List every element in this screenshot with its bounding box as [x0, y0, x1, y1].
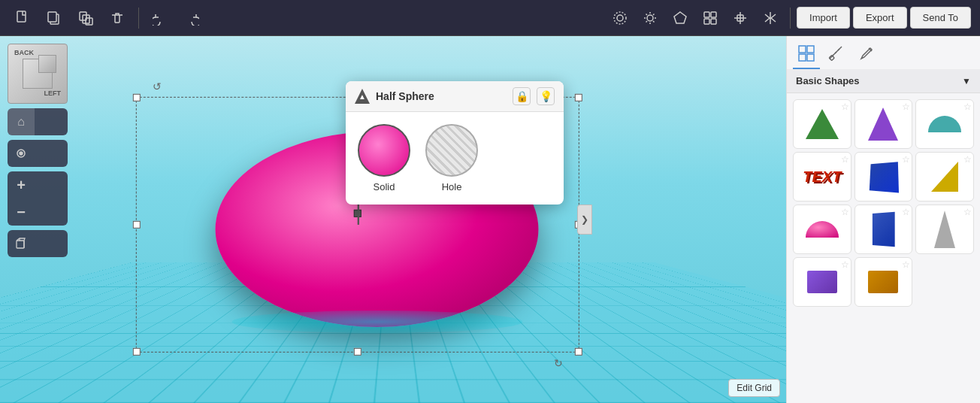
shape-item-box2[interactable]: ☆: [854, 205, 913, 254]
main-toolbar: Import Export Send To: [0, 0, 980, 36]
3d-view-button[interactable]: [8, 230, 35, 257]
shape-icon-extra2: [864, 262, 903, 301]
svg-rect-11: [711, 12, 716, 17]
mirror-button[interactable]: [757, 5, 784, 32]
tab-notes[interactable]: [853, 42, 880, 69]
favorite-text3d[interactable]: ☆: [841, 154, 849, 165]
duplicate-button[interactable]: [72, 5, 99, 32]
hole-option[interactable]: Hole: [425, 124, 478, 192]
expand-panel-button[interactable]: ❯: [577, 205, 592, 235]
collapse-button[interactable]: ▲: [355, 89, 370, 104]
shape-item-halfdome[interactable]: ☆: [915, 99, 974, 149]
shape-item-pyramid[interactable]: ☆: [793, 99, 851, 149]
shape-item-text3d[interactable]: ☆ TEXT: [793, 152, 851, 202]
handle-bot-right[interactable]: [575, 348, 582, 356]
nav-cube[interactable]: BACK LEFT: [8, 44, 68, 104]
svg-point-7: [614, 12, 626, 24]
pyramid-shape: [806, 109, 839, 139]
svg-point-8: [647, 15, 653, 21]
home-view-button[interactable]: ⌂: [8, 108, 35, 135]
shape-icon-spike: [925, 210, 964, 249]
halfsphere-shape: [806, 221, 839, 238]
solid-label: Solid: [374, 181, 395, 192]
hole-label: Hole: [442, 181, 462, 192]
shape-icon-box: [864, 157, 903, 196]
property-panel: ▲ Half Sphere 🔒 💡 Solid Hole: [346, 81, 564, 205]
zoom-in-button[interactable]: +: [8, 171, 35, 198]
import-button[interactable]: Import: [797, 7, 850, 29]
favorite-extra1[interactable]: ☆: [841, 259, 849, 270]
panel-header-label: Basic Shapes: [796, 75, 860, 86]
rotate-handle-br[interactable]: ↻: [553, 358, 564, 368]
favorite-pyramid[interactable]: ☆: [841, 102, 849, 112]
shape-icon-box2: [864, 210, 903, 249]
handle-bot-mid[interactable]: [354, 348, 361, 356]
shape-icon-halfdome: [925, 105, 964, 144]
lock-button[interactable]: 🔒: [513, 87, 531, 105]
fit-all-button[interactable]: [8, 140, 35, 167]
copy-button[interactable]: [41, 5, 68, 32]
favorite-spike[interactable]: ☆: [963, 207, 972, 217]
rotate-handle-tl[interactable]: ↺: [152, 81, 162, 92]
shape-item-extra2[interactable]: ☆: [854, 257, 913, 307]
handle-mid-left[interactable]: [133, 221, 141, 229]
zoom-out-button[interactable]: −: [8, 198, 35, 226]
visibility-button[interactable]: 💡: [537, 87, 555, 105]
panel-tabs: [787, 36, 980, 69]
tab-ruler[interactable]: [823, 42, 850, 69]
handle-bot-left[interactable]: [133, 348, 141, 356]
undo-button[interactable]: [147, 5, 174, 32]
favorite-box[interactable]: ☆: [902, 154, 910, 165]
panel-dropdown-button[interactable]: ▼: [962, 76, 971, 86]
new-button[interactable]: [9, 5, 36, 32]
hole-circle: [425, 124, 478, 177]
view-tools-group: ⌂: [8, 108, 68, 135]
viewport[interactable]: ↺ ↻ ↻ BACK LEFT ⌂: [0, 36, 786, 403]
delete-button[interactable]: [104, 5, 131, 32]
text3d-shape: TEXT: [803, 168, 841, 186]
export-button[interactable]: Export: [853, 7, 907, 29]
light-button[interactable]: [637, 5, 664, 32]
edit-grid-button[interactable]: Edit Grid: [728, 379, 780, 397]
view-mode-button[interactable]: [697, 5, 724, 32]
shape-icon-wedge: [925, 157, 964, 196]
svg-rect-13: [711, 19, 716, 24]
main-area: ↺ ↻ ↻ BACK LEFT ⌂: [0, 36, 980, 403]
shape-item-spike[interactable]: ☆: [915, 205, 974, 254]
handle-top-left[interactable]: [133, 94, 141, 102]
grid-align-button[interactable]: [727, 5, 754, 32]
svg-rect-19: [807, 46, 814, 53]
send-to-button[interactable]: Send To: [910, 7, 971, 29]
camera-view-button[interactable]: [606, 5, 634, 32]
svg-point-16: [20, 152, 23, 155]
shape-icon-text3d: TEXT: [803, 157, 842, 196]
shape-item-wedge[interactable]: ☆: [915, 152, 974, 202]
shape-icon-cone: [864, 105, 903, 144]
handle-top-right[interactable]: [575, 94, 582, 102]
extra1-shape: [807, 271, 837, 293]
tab-grid[interactable]: [793, 42, 820, 69]
property-body: Solid Hole: [346, 112, 564, 205]
box-shape: [870, 162, 899, 192]
favorite-halfsphere[interactable]: ☆: [841, 207, 849, 217]
shape-item-halfsphere[interactable]: ☆: [793, 205, 851, 254]
solid-option[interactable]: Solid: [358, 124, 410, 192]
svg-rect-21: [807, 54, 814, 61]
favorite-halfdome[interactable]: ☆: [963, 102, 972, 112]
shape-item-extra1[interactable]: ☆: [793, 257, 851, 307]
polygon-button[interactable]: [667, 5, 694, 32]
shape-item-cone[interactable]: ☆: [854, 99, 913, 149]
favorite-cone[interactable]: ☆: [902, 102, 910, 112]
shape-item-box[interactable]: ☆: [854, 152, 913, 202]
redo-button[interactable]: [178, 5, 205, 32]
svg-point-6: [617, 15, 623, 21]
zoom-tools-group: + −: [8, 171, 68, 226]
favorite-extra2[interactable]: ☆: [902, 259, 910, 270]
svg-rect-2: [48, 12, 56, 22]
cube-back-label: BACK: [14, 49, 34, 56]
orbit-tools-group: [8, 140, 68, 167]
favorite-box2[interactable]: ☆: [902, 207, 910, 217]
shapes-grid: ☆ ☆ ☆ ☆ TEXT: [787, 93, 980, 313]
left-sidebar: BACK LEFT ⌂ + −: [8, 44, 68, 257]
favorite-wedge[interactable]: ☆: [963, 154, 972, 165]
